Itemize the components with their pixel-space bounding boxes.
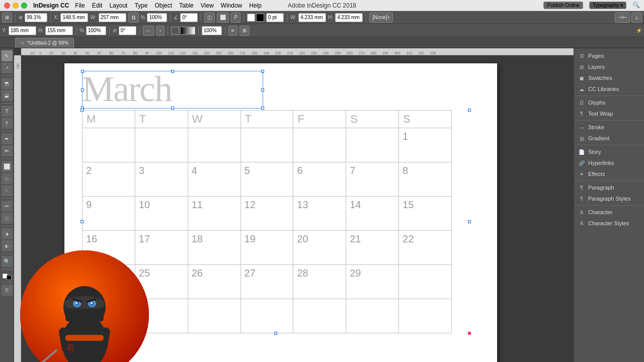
menu-object[interactable]: Object — [154, 2, 172, 9]
calendar-day[interactable]: 7 — [346, 162, 399, 197]
table-handle-tr[interactable] — [468, 109, 471, 112]
align-btn[interactable]: ⊥ — [631, 13, 642, 23]
stroke-box[interactable] — [7, 275, 12, 280]
type-path-tool[interactable]: Ŧ — [2, 118, 13, 129]
menu-file[interactable]: File — [75, 2, 85, 9]
calendar-day[interactable]: 26 — [188, 265, 240, 299]
stroke-weight-input[interactable] — [266, 13, 284, 22]
calendar-day[interactable]: 10 — [135, 197, 188, 231]
table-handle-bm[interactable] — [274, 332, 277, 335]
calendar-day[interactable] — [293, 299, 346, 333]
opacity-input[interactable] — [202, 26, 222, 35]
panel-paragraph[interactable]: ¶ Paragraph — [574, 182, 644, 193]
shear-input[interactable] — [119, 26, 136, 35]
direct-select-tool[interactable]: ↗ — [2, 62, 13, 73]
w2-input[interactable] — [298, 13, 326, 22]
calendar-day[interactable]: 11 — [188, 197, 240, 231]
rect-frame-tool[interactable]: ⬜ — [2, 161, 13, 172]
angle-input[interactable] — [180, 13, 198, 22]
distribute-btn[interactable]: ⊣⊢ — [615, 13, 630, 23]
calendar-day[interactable]: 4 — [188, 162, 240, 197]
h-input[interactable] — [45, 26, 73, 35]
publish-online-btn[interactable]: Publish Online — [543, 2, 583, 9]
typography-dropdown[interactable]: Typography ▾ — [589, 2, 626, 9]
constrain-btn[interactable]: ⛓ — [128, 13, 139, 23]
calendar-day[interactable]: 20 — [293, 231, 346, 265]
close-tab-icon[interactable]: ✕ — [21, 41, 25, 46]
calendar-day[interactable]: 14 — [346, 197, 399, 231]
menu-edit[interactable]: Edit — [92, 2, 103, 9]
calendar-day[interactable]: 27 — [240, 265, 293, 299]
distribute-v-btn[interactable]: ⊞ — [239, 26, 250, 36]
y-input[interactable] — [9, 26, 36, 35]
gap-tool[interactable]: ⬓ — [2, 90, 13, 101]
calendar-day[interactable]: 5 — [240, 162, 293, 197]
calendar-day[interactable] — [346, 299, 399, 333]
scale-x-input[interactable] — [147, 13, 167, 22]
panel-gradient[interactable]: ▤ Gradient — [574, 133, 644, 144]
none-dropdown[interactable]: [None]+ — [369, 13, 393, 23]
calendar-day[interactable]: 28 — [293, 265, 346, 299]
align-left-btn[interactable]: ◫ — [204, 13, 215, 23]
pencil-tool[interactable]: ✏ — [2, 145, 13, 156]
panel-character-styles[interactable]: A Character Styles — [574, 218, 644, 229]
flip-v-btn[interactable]: ↕ — [156, 26, 165, 36]
page-tool[interactable]: ⬒ — [2, 78, 13, 89]
calendar-day[interactable] — [240, 299, 293, 333]
panel-stroke[interactable]: — Stroke — [574, 122, 644, 133]
type-tool[interactable]: T — [2, 106, 13, 117]
document-tab[interactable]: ✕ *Untitled-2 @ 99% — [15, 38, 74, 48]
search-icon[interactable]: 🔍 — [632, 2, 640, 9]
align-center-btn[interactable]: ⬜ — [217, 13, 229, 23]
calendar-day[interactable] — [240, 128, 293, 162]
calendar-day[interactable]: 1 — [399, 128, 452, 162]
maximize-button[interactable] — [21, 3, 27, 9]
panel-character[interactable]: A Character — [574, 207, 644, 218]
calendar-day[interactable]: 8 — [399, 162, 452, 197]
fill-color-swatch[interactable] — [171, 27, 179, 35]
calendar-day[interactable]: 21 — [346, 231, 399, 265]
panel-text-wrap[interactable]: ¶ Text Wrap — [574, 108, 644, 119]
menu-table[interactable]: Table — [179, 2, 194, 9]
calendar-day[interactable] — [135, 128, 188, 162]
free-transform-tool[interactable]: ⬡ — [2, 213, 13, 224]
panel-hyperlinks[interactable]: 🔗 Hyperlinks — [574, 157, 644, 168]
panel-pages[interactable]: ☰ Pages — [574, 50, 644, 61]
pen-tool[interactable]: ✒ — [2, 133, 13, 144]
calendar-day[interactable] — [399, 265, 452, 299]
panel-layers[interactable]: ⊞ Layers — [574, 61, 644, 72]
grid-view-btn[interactable]: ⊞ — [2, 13, 12, 23]
panel-glyphs[interactable]: Ω Glyphs — [574, 97, 644, 108]
canvas-area[interactable]: -10 0 10 20 30 40 50 60 70 80 90 100 110… — [14, 48, 574, 362]
flip-h-btn[interactable]: ↔ — [143, 26, 154, 36]
table-handle-br[interactable] — [468, 332, 471, 335]
menu-view[interactable]: View — [201, 2, 214, 9]
calendar-day[interactable]: 9 — [83, 197, 135, 231]
panel-swatches[interactable]: ◼ Swatches — [574, 72, 644, 83]
calendar-day[interactable]: 22 — [399, 231, 452, 265]
transform-btn[interactable]: P — [231, 13, 240, 23]
ellipse-tool[interactable]: ○ — [2, 185, 13, 196]
w-input[interactable] — [99, 13, 126, 22]
scissors-tool[interactable]: ✂ — [2, 201, 13, 212]
panel-story[interactable]: 📄 Story — [574, 146, 644, 157]
gradient-feather-tool[interactable]: ◐ — [2, 240, 13, 251]
menu-window[interactable]: Window — [221, 2, 243, 9]
calendar-day[interactable]: 2 — [83, 162, 135, 197]
menu-layout[interactable]: Layout — [109, 2, 127, 9]
calendar-day[interactable] — [399, 299, 452, 333]
calendar-day[interactable]: 12 — [240, 197, 293, 231]
calendar-day[interactable] — [293, 128, 346, 162]
calendar-day[interactable]: 13 — [293, 197, 346, 231]
traffic-lights[interactable] — [4, 3, 27, 9]
h2-input[interactable] — [335, 13, 363, 22]
calendar-day[interactable]: 3 — [135, 162, 188, 197]
fill-swatch[interactable] — [247, 14, 255, 22]
calendar-day[interactable]: 6 — [293, 162, 346, 197]
stroke-swatch[interactable] — [256, 14, 264, 22]
table-handle-mr[interactable] — [468, 220, 471, 223]
calendar-day[interactable]: 29 — [346, 265, 399, 299]
gradient-tool[interactable]: ◑ — [2, 228, 13, 239]
calendar-day[interactable]: 18 — [188, 231, 240, 265]
calendar-day[interactable] — [188, 299, 240, 333]
